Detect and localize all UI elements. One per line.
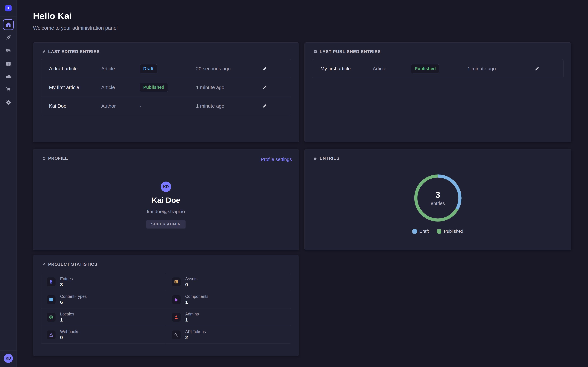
cloud-icon [5,74,11,80]
entry-name: A draft article [49,66,101,71]
strapi-admin-dashboard: { "colors": { "page_bg": "#181826", "car… [0,0,588,367]
legend-label: Published [444,229,463,234]
card-header: PROFILE [42,156,68,161]
donut-label: entries [431,201,445,206]
check-circle-icon [313,50,318,54]
card-title: LAST PUBLISHED ENTRIES [320,49,381,54]
status-badge: Published [140,83,168,92]
home-icon [5,22,11,28]
stat-label: Webhooks [60,329,79,334]
edit-button[interactable] [261,102,268,110]
entry-name: Kai Doe [49,103,101,109]
feather-icon [5,34,11,41]
profile-settings-link[interactable]: Profile settings [261,157,292,162]
profile-email: kai.doe@strapi.io [33,209,299,214]
entry-name: My first article [49,85,101,90]
status-badge: Draft [140,64,157,73]
edit-button[interactable] [533,65,540,72]
status-empty: - [140,103,141,109]
last-published-entries-card: LAST PUBLISHED ENTRIES My first article … [304,42,571,142]
sidebar-item-content-manager[interactable] [3,32,14,43]
layout-icon [5,61,11,67]
entries-donut-chart: 3 entries [413,174,462,223]
edit-button[interactable] [261,65,268,72]
entry-type: Article [101,85,140,90]
sidebar-item-marketplace[interactable] [3,84,14,95]
last-edited-entries-card: LAST EDITED ENTRIES A draft article Arti… [33,42,299,142]
sidebar-item-content-type-builder[interactable] [3,58,14,69]
entry-type: Author [101,103,140,109]
sidebar-item-home[interactable] [3,19,14,30]
key-icon [174,332,179,337]
card-header: LAST EDITED ENTRIES [42,49,100,54]
card-header: LAST PUBLISHED ENTRIES [313,49,381,54]
pencil-icon [534,66,540,71]
profile-name: Kai Doe [33,196,299,205]
card-header: ENTRIES [313,156,340,161]
stats-table: Entries 3 Assets 0 [41,273,291,344]
stat-assets: Assets 0 [166,273,291,291]
webhook-icon [49,332,54,337]
strapi-logo[interactable] [5,5,12,11]
stat-value: 0 [185,282,198,287]
edit-button[interactable] [261,84,268,91]
stat-value: 1 [60,317,74,323]
sidebar-divider [0,16,17,17]
legend-swatch-published [437,229,441,234]
stat-value: 3 [60,282,73,287]
entry-time: 1 minute ago [196,103,257,109]
image-icon [174,279,179,284]
puzzle-icon [313,156,318,160]
person-icon [174,315,179,320]
stat-content-types: Content-Types 6 [41,291,166,308]
stat-label: API Tokens [185,329,206,334]
status-badge: Published [411,64,439,73]
stat-value: 1 [185,317,199,323]
profile-card: PROFILE Profile settings KD Kai Doe kai.… [33,149,299,250]
stat-value: 2 [185,335,206,340]
stat-icon-tile [172,313,181,322]
donut-center: 3 entries [413,174,462,223]
stat-icon-tile [47,330,56,339]
stat-label: Assets [185,276,198,281]
stat-icon-tile [47,313,56,322]
stat-icon-tile [172,330,181,339]
legend-item-draft: Draft [412,229,429,234]
role-badge: SUPER ADMIN [146,220,186,228]
pencil-icon [262,103,267,109]
entry-time: 1 minute ago [196,85,257,90]
cart-icon [5,86,11,92]
legend-item-published: Published [437,229,463,234]
person-icon [42,156,46,160]
entry-time: 1 minute ago [467,66,529,71]
stat-components: Components 1 [166,291,291,308]
user-avatar[interactable]: KD [4,354,13,363]
sidebar-item-settings[interactable] [3,97,14,108]
sidebar: KD [0,0,17,367]
pencil-icon [262,66,267,71]
sidebar-item-media-library[interactable] [3,45,14,56]
stat-label: Content-Types [60,294,87,299]
stat-icon-tile [172,295,181,304]
pictures-icon [5,48,11,54]
stat-locales: Locales 1 [41,308,166,326]
avatar: KD [161,182,171,192]
table-row: Kai Doe Author - 1 minute ago [41,97,291,115]
stat-label: Entries [60,276,73,281]
project-statistics-card: PROJECT STATISTICS Entries 3 [33,255,299,356]
donut-value: 3 [435,190,440,200]
stat-label: Admins [185,312,199,317]
strapi-logo-icon [6,6,11,10]
chart-legend: Draft Published [305,229,571,234]
pencil-icon [42,50,46,54]
stat-webhooks: Webhooks 0 [41,326,166,343]
table-row: My first article Article Published 1 min… [312,59,563,78]
sidebar-item-deploy[interactable] [3,71,14,82]
grid-icon [49,297,54,302]
card-title: ENTRIES [320,156,340,161]
stat-api-tokens: API Tokens 2 [166,326,291,343]
pencil-icon [262,85,267,90]
table-row: A draft article Article Draft 20 seconds… [41,59,291,78]
entries-card: ENTRIES 3 entries Draft Published [304,149,571,250]
puzzle-icon [174,297,179,302]
